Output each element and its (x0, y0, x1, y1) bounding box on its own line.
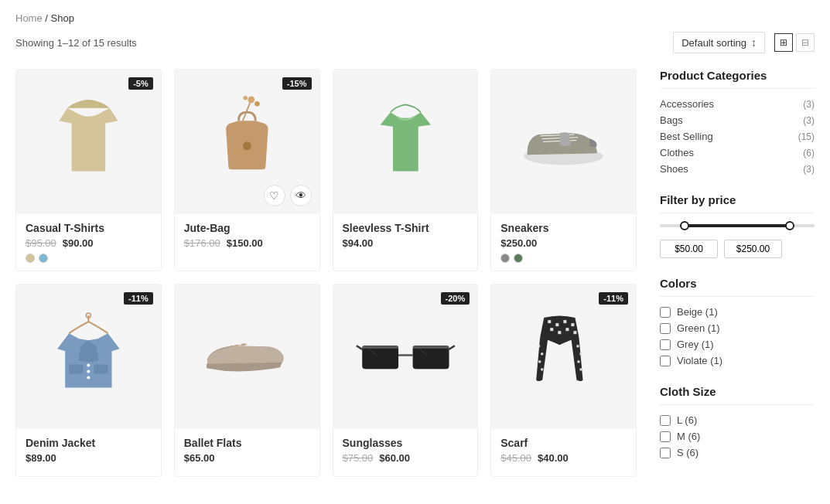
product-name: Sneakers (500, 222, 627, 234)
svg-rect-34 (578, 360, 580, 363)
category-label: Shoes (660, 163, 688, 175)
svg-rect-33 (580, 352, 582, 355)
svg-rect-25 (558, 331, 562, 334)
breadcrumb: Home / Shop (15, 12, 815, 24)
sidebar-item-accessories[interactable]: Accessories (3) (660, 98, 815, 110)
color-dot[interactable] (500, 254, 510, 263)
cloth-size-title: Cloth Size (660, 385, 815, 405)
product-prices: $45.00 $40.00 (500, 452, 627, 464)
size-filter-section: Cloth Size L (6) M (6) S (6) (660, 385, 815, 458)
color-label: Violate (1) (677, 355, 722, 366)
color-dot[interactable] (39, 254, 48, 263)
svg-line-0 (243, 100, 251, 121)
wishlist-button[interactable]: ♡ (264, 185, 285, 206)
svg-point-3 (243, 96, 247, 100)
range-slider[interactable] (660, 224, 815, 227)
range-handle-max[interactable] (785, 221, 794, 230)
svg-point-9 (87, 363, 90, 366)
size-filter-s: S (6) (660, 447, 815, 458)
list-view-button[interactable]: ⊟ (796, 33, 815, 52)
quickview-button[interactable]: 👁 (290, 185, 312, 206)
category-count: (15) (798, 131, 815, 142)
price-original: $95.00 (26, 237, 56, 249)
svg-rect-30 (538, 360, 541, 363)
svg-line-17 (449, 346, 454, 349)
svg-point-10 (87, 369, 90, 373)
svg-rect-29 (541, 352, 543, 355)
product-card: Sneakers $250.00 (490, 69, 637, 271)
sidebar-item-shoes[interactable]: Shoes (3) (660, 163, 815, 175)
product-badge: -11% (599, 292, 628, 305)
product-image (175, 284, 319, 429)
color-checkbox-grey[interactable] (660, 339, 671, 350)
products-area: -5% Casual T-Shirts $95.00 $90.00 (15, 69, 637, 477)
color-dot[interactable] (26, 254, 35, 263)
product-image: -11% (491, 284, 636, 429)
color-filter-green: Green (1) (660, 322, 815, 334)
category-label: Accessories (660, 98, 714, 110)
svg-rect-18 (362, 346, 398, 349)
size-checkbox-l[interactable] (660, 415, 671, 426)
grid-view-button[interactable]: ⊞ (774, 33, 793, 52)
price-original: $75.00 (343, 452, 374, 464)
product-categories-section: Product Categories Accessories (3) Bags … (660, 69, 815, 175)
breadcrumb-home[interactable]: Home (15, 12, 43, 24)
results-bar: Showing 1–12 of 15 results Default sorti… (15, 32, 815, 53)
color-checkbox-beige[interactable] (660, 307, 671, 318)
product-info: Ballet Flats $65.00 (175, 429, 319, 476)
product-info: Sleevless T-Shirt $94.00 (333, 214, 478, 261)
price-inputs (660, 240, 815, 258)
product-card: -15% ♡ (174, 69, 320, 271)
grid-icon: ⊞ (780, 37, 787, 48)
price-current: $40.00 (538, 452, 569, 464)
color-checkbox-green[interactable] (660, 323, 671, 334)
range-handle-min[interactable] (680, 221, 689, 230)
product-image: -5% (16, 70, 161, 214)
price-filter-title: Filter by price (660, 193, 815, 213)
colors-filter-section: Colors Beige (1) Green (1) Grey (1) Viol… (660, 277, 815, 366)
product-badge: -11% (124, 292, 153, 305)
product-image (333, 70, 478, 214)
size-checkbox-s[interactable] (660, 448, 671, 458)
product-prices: $89.00 (26, 452, 152, 464)
svg-point-4 (243, 141, 251, 150)
product-info: Denim Jacket $89.00 (16, 429, 161, 476)
category-count: (3) (803, 115, 815, 126)
sort-select[interactable]: Default sorting ↕ (673, 32, 765, 53)
sort-label: Default sorting (681, 37, 746, 49)
svg-rect-23 (572, 323, 575, 326)
list-icon: ⊟ (801, 37, 809, 48)
color-checkbox-violate[interactable] (660, 356, 671, 366)
svg-rect-22 (564, 320, 567, 323)
color-dot[interactable] (514, 254, 523, 263)
product-prices: $250.00 (500, 237, 627, 249)
price-current: $60.00 (379, 452, 410, 464)
product-image: -11% (16, 284, 161, 429)
price-max-input[interactable] (724, 240, 782, 258)
sidebar-item-clothes[interactable]: Clothes (6) (660, 147, 815, 158)
price-filter-section: Filter by price (660, 193, 815, 258)
svg-rect-8 (94, 364, 108, 373)
color-label: Beige (1) (677, 306, 718, 318)
product-name: Ballet Flats (184, 437, 310, 449)
product-prices: $65.00 (184, 452, 310, 464)
sidebar-item-bags[interactable]: Bags (3) (660, 114, 815, 126)
size-checkbox-m[interactable] (660, 431, 671, 442)
size-label: M (6) (677, 431, 700, 442)
results-controls: Default sorting ↕ ⊞ ⊟ (673, 32, 815, 53)
price-original: $176.00 (184, 237, 220, 249)
product-prices: $75.00 $60.00 (343, 452, 469, 464)
price-min-input[interactable] (660, 240, 718, 258)
svg-rect-31 (541, 368, 543, 370)
categories-title: Product Categories (660, 69, 815, 89)
product-card: -5% Casual T-Shirts $95.00 $90.00 (15, 69, 162, 271)
svg-point-1 (248, 97, 254, 104)
product-card: Ballet Flats $65.00 (174, 284, 320, 477)
svg-rect-32 (577, 345, 579, 347)
product-name: Casual T-Shirts (26, 222, 152, 234)
svg-rect-13 (362, 346, 398, 369)
sidebar-item-best-selling[interactable]: Best Selling (15) (660, 131, 815, 142)
product-card: Sleevless T-Shirt $94.00 (333, 69, 479, 271)
category-label: Clothes (660, 147, 694, 158)
color-swatches (26, 254, 152, 263)
